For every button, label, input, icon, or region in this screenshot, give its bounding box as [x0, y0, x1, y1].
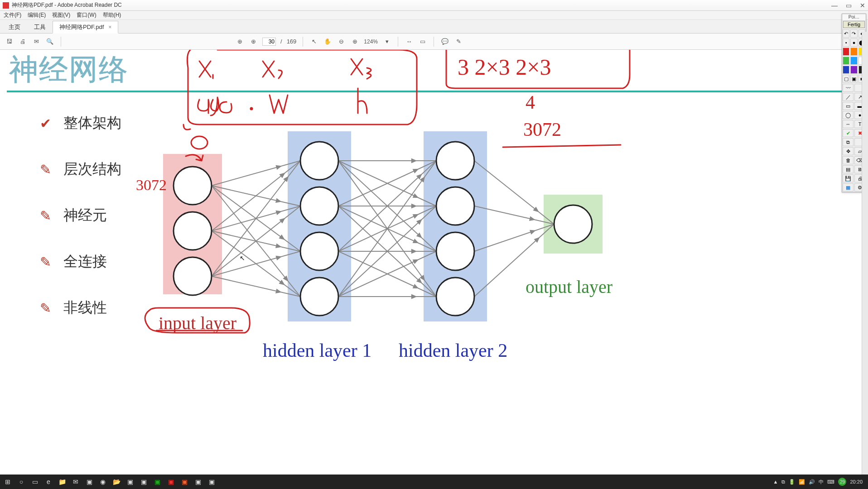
color-swatch[interactable]	[850, 57, 857, 65]
undo-icon[interactable]: ↶	[843, 29, 849, 38]
document-viewport[interactable]: 神经网络 ✔ 整体架构 ✎ 层次结构 ✎ 神经元 ✎ 全连接 ✎ 非线性	[0, 50, 868, 475]
tab-home[interactable]: 主页	[2, 20, 27, 33]
term-icon[interactable]: ▣	[138, 476, 149, 488]
page-icon[interactable]: ▤	[843, 165, 854, 173]
app-icon[interactable]: ▣	[83, 476, 95, 488]
redo-icon[interactable]: ↷	[850, 29, 857, 38]
page-title: 神经网络	[9, 50, 129, 89]
ime-icon[interactable]: ⌨	[827, 479, 834, 485]
save-icon[interactable]: 💾	[843, 174, 854, 182]
chrome-icon[interactable]: ◉	[97, 476, 109, 488]
color-swatch[interactable]	[843, 66, 849, 74]
dblarrow-icon[interactable]: ↔	[843, 120, 854, 128]
trash-icon[interactable]: 🗑	[843, 156, 854, 164]
window-title: 神经网络PDF.pdf - Adobe Acrobat Reader DC	[12, 1, 122, 9]
move-icon[interactable]: ✥	[843, 147, 854, 155]
clock[interactable]: 20:20	[850, 479, 863, 484]
date-badge[interactable]: 29	[838, 478, 846, 486]
pointofix-done-button[interactable]: Fertig	[843, 21, 865, 28]
size-small-icon[interactable]: •	[843, 38, 849, 47]
select-tool-icon[interactable]: ↖	[309, 38, 318, 45]
tab-close-icon[interactable]: ×	[108, 24, 111, 30]
cortana-icon[interactable]: ○	[15, 476, 27, 488]
pencil-icon: ✎	[36, 300, 54, 316]
zoom-in-icon[interactable]: ⊕	[350, 38, 359, 45]
rect-icon[interactable]: ▭	[843, 102, 854, 110]
vs-icon[interactable]: ▣	[124, 476, 136, 488]
toolbar: 🖫 🖨 ✉ 🔍 ⊕ ⊕ / 169 ↖ ✋ ⊖ ⊕ 124% ▾ ↔ ▭ 💬 ✎…	[0, 34, 868, 50]
tab-document[interactable]: 神经网络PDF.pdf ×	[53, 21, 118, 34]
start-button[interactable]: ⊞	[2, 476, 14, 488]
tray-icon[interactable]: ⧉	[781, 479, 785, 485]
edge-icon[interactable]: e	[43, 476, 54, 488]
hidden2-node	[436, 187, 474, 225]
menu-view[interactable]: 视图(V)	[52, 11, 70, 19]
svg-marker-13	[276, 244, 280, 248]
menu-edit[interactable]: 编辑(E)	[28, 11, 46, 19]
opacity2-icon[interactable]: ▣	[850, 75, 857, 83]
ppt-icon[interactable]: ▣	[178, 476, 190, 488]
zoom-dropdown-icon[interactable]: ▾	[382, 38, 391, 45]
fit-width-icon[interactable]: ↔	[405, 38, 414, 45]
ime-lang[interactable]: 中	[819, 479, 824, 485]
size-med-icon[interactable]: ●	[850, 38, 857, 47]
excel-icon[interactable]: ▣	[151, 476, 163, 488]
list-item: ✎ 非线性	[36, 298, 121, 318]
ellipse-icon[interactable]: ◯	[843, 111, 854, 119]
wifi-icon[interactable]: 📶	[799, 479, 805, 485]
volume-icon[interactable]: 🔊	[809, 479, 815, 485]
bullet-text: 整体架构	[63, 113, 121, 133]
taskview-icon[interactable]: ▭	[29, 476, 41, 488]
bullet-text: 层次结构	[63, 159, 121, 179]
tray-icon[interactable]: ▲	[773, 479, 778, 484]
svg-marker-23	[276, 289, 280, 293]
color-swatch[interactable]	[850, 48, 857, 56]
minimize-button[interactable]: —	[831, 2, 838, 9]
print-icon[interactable]: 🖨	[18, 38, 27, 45]
side-panel-collapsed[interactable]	[862, 32, 868, 475]
svg-marker-53	[413, 260, 418, 263]
svg-marker-25	[412, 159, 416, 163]
separator	[61, 37, 61, 47]
app3-icon[interactable]: ▣	[206, 476, 217, 488]
hidden1-node	[300, 187, 338, 225]
menu-file[interactable]: 文件(F)	[4, 11, 21, 19]
zoom-out-icon[interactable]: ⊖	[337, 38, 346, 45]
battery-icon[interactable]: 🔋	[789, 479, 795, 485]
line-icon[interactable]: ／	[843, 93, 854, 101]
color-swatch[interactable]	[850, 66, 857, 74]
acrobat-icon[interactable]: ▣	[165, 476, 177, 488]
edges	[212, 159, 554, 298]
mail-icon[interactable]: ✉	[70, 476, 82, 488]
app2-icon[interactable]: ▣	[192, 476, 204, 488]
mail-icon[interactable]: ✉	[32, 38, 41, 45]
page-down-icon[interactable]: ⊕	[249, 38, 258, 45]
svg-marker-3	[276, 199, 280, 202]
hand-tool-icon[interactable]: ✋	[323, 38, 332, 45]
explorer-icon[interactable]: 📁	[56, 476, 68, 488]
comment-icon[interactable]: 💬	[440, 38, 449, 45]
maximize-button[interactable]: ▭	[846, 2, 852, 9]
menu-help[interactable]: 帮助(H)	[103, 11, 121, 19]
page-sep: /	[280, 38, 282, 45]
check-icon[interactable]: ✔	[843, 129, 854, 137]
bullet-text: 全连接	[63, 252, 107, 272]
folder-icon[interactable]: 📂	[111, 476, 122, 488]
zoomrect-icon[interactable]: ⧉	[843, 138, 854, 146]
tab-tools[interactable]: 工具	[27, 20, 53, 33]
page-number-input[interactable]	[262, 38, 276, 46]
search-icon[interactable]: 🔍	[45, 38, 54, 45]
opacity1-icon[interactable]: ▢	[843, 75, 849, 83]
freehand-icon[interactable]: 〰	[843, 84, 854, 92]
board-icon[interactable]: ▦	[843, 183, 854, 192]
color-swatch[interactable]	[843, 48, 849, 56]
fit-page-icon[interactable]: ▭	[418, 38, 427, 45]
hidden1-layer-label: hidden layer 1	[263, 340, 371, 361]
bullet-list: ✔ 整体架构 ✎ 层次结构 ✎ 神经元 ✎ 全连接 ✎ 非线性	[36, 113, 121, 344]
color-swatch[interactable]	[843, 57, 849, 65]
close-button[interactable]: ✕	[860, 2, 865, 9]
page-up-icon[interactable]: ⊕	[235, 38, 244, 45]
save-icon[interactable]: 🖫	[5, 38, 14, 45]
menu-window[interactable]: 窗口(W)	[77, 11, 96, 19]
highlight-icon[interactable]: ✎	[454, 38, 463, 45]
